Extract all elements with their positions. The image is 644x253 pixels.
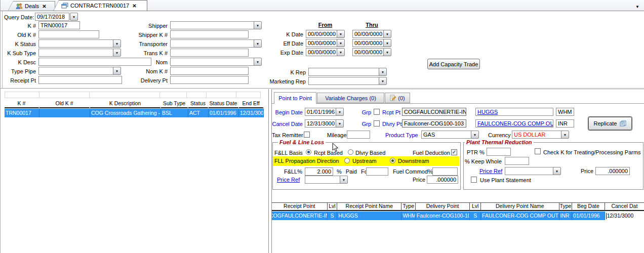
delivery-pt-input[interactable]	[170, 76, 249, 84]
contracts-grid-selected-row[interactable]: TRN00017 COG Crossroads Gathering - BSL …	[5, 109, 264, 117]
cell-end-eff[interactable]: 12/31/3000	[239, 109, 264, 117]
eff-date-thru-combo[interactable]: 00/00/0000	[352, 39, 384, 47]
check-k-checkbox[interactable]	[535, 148, 541, 154]
tax-remitter-checkbox[interactable]	[304, 132, 310, 138]
col-header-beg-date[interactable]: Beg Date	[572, 202, 605, 211]
col-header-delivery-point-name[interactable]: Delivery Point Name	[481, 202, 559, 211]
col-header-cancel-date[interactable]: Cancel Dat	[605, 202, 644, 211]
col-header-dp-type[interactable]: Type	[559, 202, 572, 211]
contracts-grid-filter-row[interactable]	[5, 92, 260, 98]
cell-cancel-date-editing[interactable]: 12/31/3000	[605, 212, 644, 220]
col-header-old-k[interactable]: Old K #	[39, 100, 90, 108]
col-header-sub-type[interactable]: Sub Type	[161, 100, 188, 108]
k-date-from-combo[interactable]: 00/00/0000	[306, 30, 337, 38]
marketing-rep-dropdown-button[interactable]: ▼	[379, 77, 387, 85]
grp-dlvry-checkbox[interactable]	[374, 120, 380, 126]
downstream-radio[interactable]	[390, 158, 395, 163]
k-date-from-dropdown-button[interactable]: ▼	[337, 30, 345, 38]
points-grid-selected-row[interactable]: COGFAULCONERTIE-IN S HUGGS WHM Faulconer…	[272, 212, 644, 220]
eff-date-thru-dropdown-button[interactable]: ▼	[383, 39, 391, 47]
tab-contract[interactable]: CONTRACT:TRN00017 ✕	[53, 0, 147, 11]
fll-price-input[interactable]: .000000	[427, 176, 458, 184]
cell-beg-date[interactable]: 01/01/1996	[572, 212, 605, 220]
transporter-dropdown-button[interactable]: ▼	[254, 39, 262, 48]
paid-for-input[interactable]	[366, 167, 388, 176]
shipper-dropdown-button[interactable]: ▼	[254, 21, 262, 29]
nom-dropdown-button[interactable]: ▼	[254, 58, 262, 66]
col-header-rp-type[interactable]: Type	[401, 202, 415, 211]
marketing-rep-combo[interactable]	[308, 77, 379, 85]
col-header-rp-lvl[interactable]: Lvl	[328, 202, 338, 211]
col-header-k[interactable]: K #	[5, 100, 39, 108]
grp-rcpt-checkbox[interactable]	[374, 109, 380, 115]
query-date-input[interactable]: 09/17/2018	[35, 13, 69, 21]
begin-date-combo[interactable]: 01/01/1996	[305, 108, 336, 116]
eff-date-from-combo[interactable]: 00/00/0000	[306, 39, 337, 47]
shipper-combo[interactable]	[170, 21, 254, 29]
nom-k-input[interactable]	[170, 67, 249, 75]
col-header-k-description[interactable]: K Description	[90, 100, 161, 108]
fuel-commod-input[interactable]	[432, 167, 458, 176]
k-rep-combo[interactable]	[308, 68, 379, 76]
dlvry-pt-name-box[interactable]: FAULCONER-COG COMP OU...	[475, 119, 553, 128]
col-header-status-date[interactable]: Status Date	[209, 100, 239, 108]
grid-filter-cell[interactable]	[159, 92, 187, 98]
col-header-status[interactable]: Status	[188, 100, 209, 108]
tab-point-to-point[interactable]: Point to Point	[274, 92, 316, 104]
cell-delivery-point-name[interactable]: FAULCONER-COG COMP OUT	[481, 212, 559, 220]
ptr-price-ref-dropdown-button[interactable]: ▼	[553, 167, 561, 175]
panel-splitter[interactable]	[268, 89, 269, 253]
keep-whole-input[interactable]	[505, 157, 529, 165]
cell-status[interactable]: ACT	[188, 109, 209, 117]
exp-date-thru-combo[interactable]: 00/00/0000	[352, 48, 384, 56]
cell-dp-lvl[interactable]: S	[470, 212, 481, 220]
cell-old-k[interactable]	[39, 109, 90, 117]
product-type-combo[interactable]: GAS	[421, 131, 471, 139]
eff-date-from-dropdown-button[interactable]: ▼	[337, 39, 345, 47]
dlvry-pt-value[interactable]: Faulconer-COG100-103	[402, 119, 466, 128]
exp-date-from-dropdown-button[interactable]: ▼	[337, 48, 345, 56]
nom-combo[interactable]	[170, 58, 254, 66]
cell-receipt-point[interactable]: COGFAULCONERTIE-IN	[272, 212, 328, 220]
ptr-price-ref-link[interactable]: Price Ref	[479, 168, 502, 175]
grid-filter-cell[interactable]	[186, 92, 207, 98]
fll-pct-input[interactable]: 2.000	[305, 167, 333, 176]
exp-date-from-combo[interactable]: 00/00/0000	[306, 48, 337, 56]
rcpt-pt-name-box[interactable]: HUGGS	[475, 108, 553, 116]
ptr-price-input[interactable]: .000000	[595, 167, 630, 175]
cell-k-description[interactable]: COG Crossroads Gathering -	[90, 109, 161, 117]
grid-filter-cell[interactable]	[89, 92, 160, 98]
mileage-input[interactable]	[347, 131, 370, 139]
transporter-combo[interactable]	[170, 39, 254, 48]
tab-deals[interactable]: Deals ✕	[8, 1, 55, 11]
grid-filter-cell[interactable]	[236, 92, 261, 98]
cell-delivery-point[interactable]: Faulconer-COG100-103	[416, 212, 470, 220]
replicate-button[interactable]: Replicate	[588, 117, 632, 130]
dlvry-pt-name-link[interactable]: FAULCONER-COG COMP OU...	[477, 120, 553, 126]
use-plant-statement-checkbox[interactable]	[471, 177, 477, 183]
tab-deals-close-icon[interactable]: ✕	[42, 4, 46, 9]
exp-date-thru-dropdown-button[interactable]: ▼	[383, 48, 391, 56]
product-type-dropdown-button[interactable]: ▼	[471, 131, 479, 139]
begin-date-dropdown-button[interactable]: ▼	[336, 108, 344, 116]
upstream-radio[interactable]	[344, 158, 350, 163]
cell-sub-type[interactable]: BSL	[161, 109, 188, 117]
col-header-receipt-point-name[interactable]: Receipt Point Name	[337, 202, 401, 211]
col-header-delivery-point[interactable]: Delivery Point	[416, 202, 470, 211]
type-pipe-combo[interactable]	[38, 67, 113, 75]
tab-overflow-icon[interactable]: ▼	[635, 4, 639, 10]
shipper-k-input[interactable]	[170, 30, 249, 38]
k-date-thru-combo[interactable]: 00/00/0000	[352, 30, 384, 38]
cancel-date-dropdown-button[interactable]: ▼	[336, 119, 344, 128]
grid-filter-cell[interactable]	[206, 92, 236, 98]
ptr-pct-input[interactable]	[487, 148, 511, 156]
k-rep-dropdown-button[interactable]: ▼	[379, 68, 387, 76]
cell-k-number[interactable]: TRN00017	[5, 109, 39, 117]
k-sub-type-combo[interactable]	[38, 49, 113, 57]
fll-price-ref-dropdown-button[interactable]: ▼	[340, 176, 348, 184]
add-capacity-trade-button[interactable]: Add Capacity Trade	[427, 59, 480, 69]
fuel-deduction-checkbox[interactable]	[451, 149, 457, 155]
old-k-number-input[interactable]	[38, 30, 99, 38]
cell-rp-lvl[interactable]: S	[328, 212, 338, 220]
rcpt-based-radio[interactable]	[306, 149, 311, 155]
